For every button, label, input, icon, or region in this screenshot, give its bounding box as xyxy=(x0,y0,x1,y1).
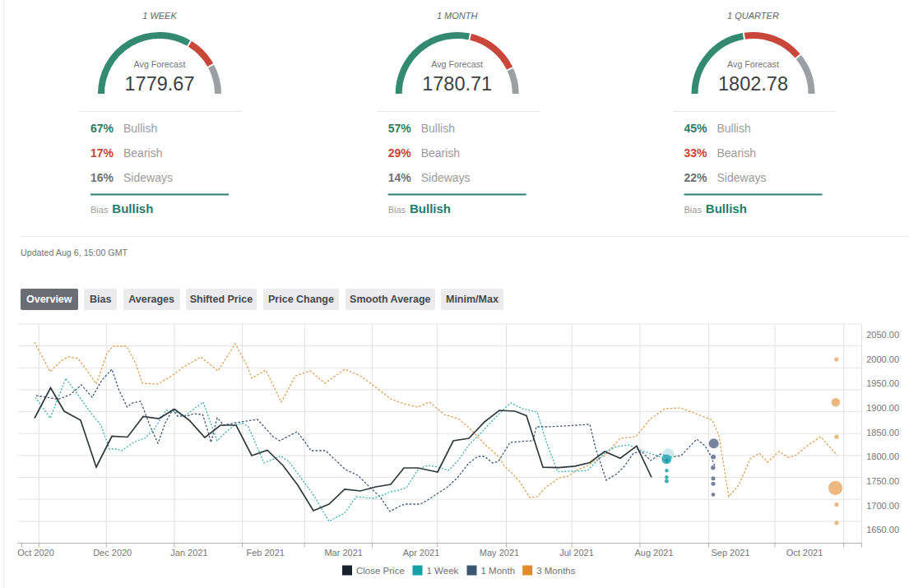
svg-text:May 2021: May 2021 xyxy=(480,548,519,558)
svg-text:14%: 14% xyxy=(388,171,412,184)
svg-text:Oct 2021: Oct 2021 xyxy=(786,548,823,558)
svg-text:1900.00: 1900.00 xyxy=(866,403,899,413)
svg-text:1 MONTH: 1 MONTH xyxy=(437,11,478,21)
svg-text:Bullish: Bullish xyxy=(410,201,451,215)
svg-text:57%: 57% xyxy=(388,122,412,135)
svg-text:Avg Forecast: Avg Forecast xyxy=(134,59,186,69)
svg-text:33%: 33% xyxy=(684,146,708,160)
svg-text:Bullish: Bullish xyxy=(421,122,455,135)
svg-text:Jul 2021: Jul 2021 xyxy=(559,548,594,558)
svg-text:17%: 17% xyxy=(90,146,114,160)
svg-text:1 WEEK: 1 WEEK xyxy=(142,11,177,21)
svg-text:Bullish: Bullish xyxy=(112,201,153,215)
svg-text:2000.00: 2000.00 xyxy=(866,354,899,364)
svg-text:67%: 67% xyxy=(90,122,114,135)
svg-text:1 QUARTER: 1 QUARTER xyxy=(727,11,779,21)
svg-text:Apr 2021: Apr 2021 xyxy=(403,548,440,558)
svg-text:1850.00: 1850.00 xyxy=(866,428,899,438)
svg-text:Aug 2021: Aug 2021 xyxy=(634,548,673,558)
svg-text:1 Week: 1 Week xyxy=(427,566,459,576)
svg-text:Bullish: Bullish xyxy=(706,201,747,215)
svg-text:Avg Forecast: Avg Forecast xyxy=(727,59,779,69)
svg-text:1780.71: 1780.71 xyxy=(422,73,492,95)
svg-text:Bias: Bias xyxy=(388,205,406,215)
svg-text:3 Months: 3 Months xyxy=(536,566,576,576)
svg-text:Sideways: Sideways xyxy=(717,171,767,184)
svg-text:Bias: Bias xyxy=(684,205,703,215)
svg-text:16%: 16% xyxy=(90,171,114,184)
svg-text:Sideways: Sideways xyxy=(421,171,471,184)
svg-text:29%: 29% xyxy=(388,146,412,160)
svg-text:Close Price: Close Price xyxy=(356,566,405,576)
svg-text:22%: 22% xyxy=(684,171,708,184)
svg-text:1800.00: 1800.00 xyxy=(866,451,899,461)
svg-text:Avg Forecast: Avg Forecast xyxy=(431,59,483,69)
svg-text:1650.00: 1650.00 xyxy=(866,525,899,535)
svg-text:Bearish: Bearish xyxy=(421,146,460,160)
svg-text:45%: 45% xyxy=(684,122,708,135)
svg-text:1802.78: 1802.78 xyxy=(718,73,788,95)
svg-text:2050.00: 2050.00 xyxy=(866,330,899,340)
svg-text:Bias: Bias xyxy=(90,205,109,215)
svg-text:Bullish: Bullish xyxy=(123,122,157,135)
svg-text:1950.00: 1950.00 xyxy=(866,378,899,388)
svg-text:Mar 2021: Mar 2021 xyxy=(324,548,362,558)
svg-text:1779.67: 1779.67 xyxy=(125,73,195,95)
svg-text:Sideways: Sideways xyxy=(123,171,173,184)
svg-text:1700.00: 1700.00 xyxy=(866,501,899,511)
svg-text:Bearish: Bearish xyxy=(717,146,756,160)
svg-text:1750.00: 1750.00 xyxy=(866,476,899,486)
svg-text:1 Month: 1 Month xyxy=(481,566,516,576)
svg-text:Jan 2021: Jan 2021 xyxy=(170,548,207,558)
svg-text:Oct 2020: Oct 2020 xyxy=(17,548,54,558)
svg-text:Bearish: Bearish xyxy=(123,146,162,160)
svg-text:Dec 2020: Dec 2020 xyxy=(93,548,132,558)
svg-text:Sep 2021: Sep 2021 xyxy=(711,548,749,558)
svg-text:Bullish: Bullish xyxy=(717,122,751,135)
svg-text:Feb 2021: Feb 2021 xyxy=(246,548,284,558)
